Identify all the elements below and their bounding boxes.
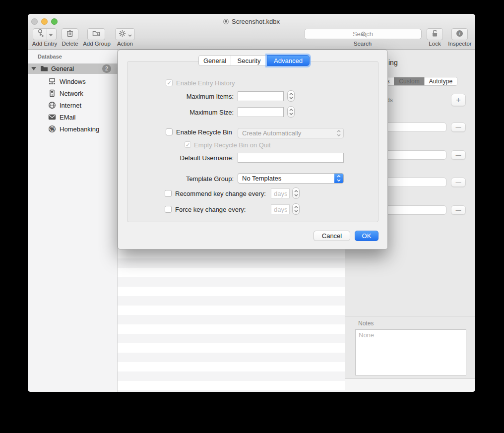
default-username-label: Default Username:	[127, 154, 234, 162]
template-group-popup-value: No Templates	[242, 175, 281, 182]
cancel-button[interactable]: Cancel	[314, 231, 350, 241]
sidebar-item-network[interactable]: Network	[28, 87, 118, 99]
template-group-label: Template Group:	[127, 175, 234, 183]
lock-button[interactable]	[427, 28, 443, 40]
window-title: Screenshot.kdbx	[232, 18, 280, 25]
ok-button[interactable]: OK	[355, 231, 378, 241]
sidebar-section-header: Database	[38, 54, 62, 60]
default-username-input[interactable]	[238, 153, 344, 163]
add-entry-dropdown-arrow[interactable]	[47, 30, 55, 39]
maximum-size-input[interactable]	[238, 107, 284, 117]
email-icon	[48, 113, 56, 121]
sidebar-item-label: Homebanking	[60, 125, 99, 133]
popup-arrows-icon	[334, 174, 343, 183]
sidebar-item-label: Internet	[60, 102, 81, 109]
remove-custom-field-button[interactable]: —	[451, 205, 466, 215]
key-plus-icon	[36, 29, 44, 40]
empty-recycle-bin-checkbox: ✓	[185, 141, 191, 148]
recycle-bin-popup: Create Automatically	[238, 128, 344, 138]
entry-count-badge: 2	[102, 64, 111, 73]
maximum-items-input[interactable]	[238, 91, 284, 101]
sidebar-item-label: Network	[60, 90, 83, 97]
sidebar-item-email[interactable]: EMail	[28, 111, 118, 123]
inspector-label: Inspector	[446, 41, 474, 47]
sidebar-item-label: General	[51, 65, 74, 72]
template-group-popup[interactable]: No Templates	[238, 173, 344, 184]
inspector-button[interactable]: i	[451, 28, 468, 40]
popup-arrows-icon	[334, 128, 343, 138]
unlocked-padlock-icon	[431, 29, 439, 39]
notes-label: Notes	[358, 320, 374, 327]
action-label: Action	[114, 41, 136, 47]
remove-custom-field-button[interactable]: —	[451, 150, 466, 160]
sidebar-item-label: EMail	[60, 114, 76, 121]
enable-recycle-bin-checkbox[interactable]	[166, 128, 173, 135]
recommend-days-stepper	[292, 187, 300, 199]
dialog-tab-bar: General Security Advanced	[198, 55, 310, 66]
empty-recycle-bin-label: Empty Recycle Bin on Quit	[194, 141, 271, 149]
app-window: Screenshot.kdbx Add Entry Delete	[28, 14, 475, 392]
gear-icon	[119, 30, 126, 39]
notes-textarea[interactable]	[355, 329, 466, 375]
network-icon	[48, 89, 56, 97]
trash-icon	[66, 29, 73, 39]
chevron-down-icon	[128, 30, 132, 39]
tab-custom[interactable]: Custom	[394, 77, 424, 85]
database-settings-dialog: General Security Advanced ✓ Enable Entry…	[118, 50, 388, 249]
delete-label: Delete	[59, 41, 81, 47]
sidebar: Database General 2 Windows	[28, 50, 118, 392]
maximum-items-stepper[interactable]	[287, 90, 295, 102]
add-entry-button[interactable]	[33, 28, 57, 40]
search-label: Search	[348, 41, 378, 47]
internet-icon	[48, 101, 56, 109]
recommend-days-input	[271, 188, 290, 198]
homebanking-icon: %	[48, 125, 56, 133]
info-icon: i	[456, 30, 463, 39]
sidebar-item-general[interactable]: General 2	[28, 63, 118, 74]
add-custom-field-button[interactable]: +	[451, 94, 466, 106]
folder-plus-icon	[92, 30, 100, 39]
lock-label: Lock	[424, 41, 446, 47]
add-group-label: Add Group	[82, 41, 111, 47]
recommend-key-change-checkbox[interactable]	[165, 190, 172, 197]
remove-custom-field-button[interactable]: —	[451, 178, 466, 187]
maximum-size-label: Maximum Size:	[127, 109, 234, 116]
tab-security[interactable]: Security	[231, 55, 267, 66]
delete-button[interactable]	[62, 28, 78, 40]
windows-icon	[48, 77, 56, 85]
sidebar-item-windows[interactable]: Windows	[28, 75, 118, 87]
search-icon	[361, 31, 367, 40]
tab-advanced[interactable]: Advanced	[267, 55, 310, 66]
window-title-area: Screenshot.kdbx	[28, 18, 475, 26]
sidebar-item-label: Windows	[60, 78, 86, 85]
action-button[interactable]	[115, 28, 135, 40]
maximum-size-stepper[interactable]	[287, 106, 295, 118]
maximum-items-label: Maximum Items:	[127, 93, 234, 100]
add-entry-label: Add Entry	[32, 41, 58, 47]
recycle-bin-popup-value: Create Automatically	[242, 129, 301, 137]
window-header: Screenshot.kdbx Add Entry Delete	[28, 14, 475, 50]
enable-recycle-bin-label: Enable Recycle Bin	[176, 128, 232, 136]
enable-entry-history-checkbox: ✓	[166, 79, 173, 86]
tab-general[interactable]: General	[198, 55, 231, 66]
force-days-stepper	[292, 203, 300, 215]
inspector-heading: ing	[388, 59, 398, 66]
inspector-footer	[345, 379, 475, 392]
divider	[345, 316, 475, 316]
svg-text:%: %	[50, 126, 54, 131]
sidebar-item-homebanking[interactable]: % Homebanking	[28, 123, 118, 135]
tab-autotype[interactable]: Autotype	[424, 77, 457, 85]
enable-entry-history-label: Enable Entry History	[176, 79, 235, 87]
document-proxy-icon	[223, 19, 229, 24]
desktop-background: Screenshot.kdbx Add Entry Delete	[0, 0, 504, 433]
force-key-change-label: Force key change every:	[175, 206, 246, 213]
force-days-input	[271, 204, 290, 214]
recommend-key-change-label: Recommend key change every:	[175, 190, 266, 197]
force-key-change-checkbox[interactable]	[165, 206, 172, 213]
disclosure-triangle-icon[interactable]	[31, 67, 36, 70]
sidebar-item-internet[interactable]: Internet	[28, 99, 118, 111]
add-group-button[interactable]	[87, 28, 105, 40]
folder-icon	[40, 65, 48, 74]
remove-custom-field-button[interactable]: —	[451, 123, 466, 132]
